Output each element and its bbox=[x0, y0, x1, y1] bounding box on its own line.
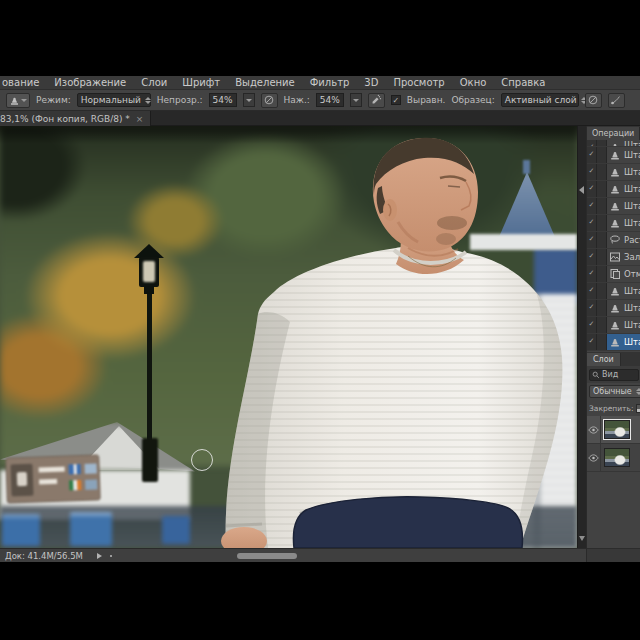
clone-stamp-preset-icon[interactable] bbox=[6, 93, 30, 108]
layer-row[interactable] bbox=[587, 444, 640, 472]
action-label: Штамп bbox=[622, 218, 640, 228]
status-popup-icon[interactable] bbox=[97, 553, 102, 559]
action-enable-checkbox[interactable]: ✓ bbox=[587, 334, 597, 350]
action-row[interactable]: ✓Штамп bbox=[587, 147, 640, 164]
tab-layers[interactable]: Слои bbox=[587, 353, 621, 366]
sample-label: Образец: bbox=[451, 95, 494, 105]
action-enable-checkbox[interactable]: ✓ bbox=[587, 317, 597, 333]
opacity-input[interactable]: 54% bbox=[209, 93, 237, 107]
action-enable-checkbox[interactable]: ✓ bbox=[587, 266, 597, 282]
action-label: Штамп bbox=[622, 201, 640, 211]
action-dialog-toggle[interactable] bbox=[597, 215, 607, 231]
action-enable-checkbox[interactable]: ✓ bbox=[587, 215, 597, 231]
action-enable-checkbox[interactable]: ✓ bbox=[587, 140, 597, 147]
action-dialog-toggle[interactable] bbox=[597, 334, 607, 350]
action-dialog-toggle[interactable] bbox=[597, 198, 607, 214]
layer-thumbnail[interactable] bbox=[604, 448, 630, 467]
action-row[interactable]: ✓Залить bbox=[587, 249, 640, 266]
action-enable-checkbox[interactable]: ✓ bbox=[587, 181, 597, 197]
action-row[interactable]: ✓Штамп bbox=[587, 140, 640, 147]
chevron-down-icon bbox=[353, 99, 359, 102]
blend-mode-dropdown[interactable]: Обычные bbox=[589, 385, 640, 398]
action-dialog-toggle[interactable] bbox=[597, 232, 607, 248]
action-row[interactable]: ✓Штамп bbox=[587, 198, 640, 215]
action-dialog-toggle[interactable] bbox=[597, 283, 607, 299]
action-label: Штамп bbox=[622, 140, 640, 147]
sample-dropdown[interactable]: Активный слой bbox=[501, 93, 579, 107]
align-label: Выравн. bbox=[407, 95, 446, 105]
pen-pressure-size-icon[interactable] bbox=[608, 93, 625, 108]
action-enable-checkbox[interactable]: ✓ bbox=[587, 164, 597, 180]
action-row[interactable]: ✓Растушевка bbox=[587, 232, 640, 249]
action-enable-checkbox[interactable]: ✓ bbox=[587, 198, 597, 214]
panel-collapse-icon[interactable] bbox=[579, 186, 584, 194]
action-row[interactable]: ✓Штамп bbox=[587, 317, 640, 334]
action-dialog-toggle[interactable] bbox=[597, 147, 607, 163]
layer-filter-dropdown[interactable]: Вид bbox=[589, 369, 639, 381]
horizontal-scrollbar-thumb[interactable] bbox=[237, 553, 297, 559]
align-checkbox[interactable]: ✓ bbox=[391, 95, 401, 105]
right-panel-dock: Операции И ✓Штамп✓Штамп✓Штамп✓Штамп✓Штам… bbox=[586, 126, 640, 562]
tab-actions[interactable]: Операции bbox=[587, 127, 640, 140]
action-enable-checkbox[interactable]: ✓ bbox=[587, 283, 597, 299]
action-enable-checkbox[interactable]: ✓ bbox=[587, 147, 597, 163]
action-row[interactable]: ✓Штамп bbox=[587, 283, 640, 300]
pressure-opacity-icon[interactable] bbox=[261, 93, 278, 108]
flow-input[interactable]: 54% bbox=[316, 93, 344, 107]
vertical-scrollbar[interactable] bbox=[577, 126, 586, 548]
action-dialog-toggle[interactable] bbox=[597, 140, 607, 147]
eye-icon[interactable] bbox=[587, 444, 601, 472]
action-dialog-toggle[interactable] bbox=[597, 249, 607, 265]
layer-thumbnail[interactable] bbox=[604, 420, 630, 439]
action-row[interactable]: ✓Штамп bbox=[587, 300, 640, 317]
tool-options-bar: Режим: Нормальный Непрозр.: 54% Наж.: 54… bbox=[0, 90, 640, 111]
airbrush-icon[interactable] bbox=[368, 93, 385, 108]
action-dialog-toggle[interactable] bbox=[597, 164, 607, 180]
menu-item-3[interactable]: Шрифт bbox=[182, 77, 220, 88]
action-enable-checkbox[interactable]: ✓ bbox=[587, 249, 597, 265]
deselect-icon bbox=[607, 268, 622, 281]
mode-label: Режим: bbox=[36, 95, 71, 105]
menu-item-6[interactable]: 3D bbox=[364, 77, 378, 88]
action-enable-checkbox[interactable]: ✓ bbox=[587, 232, 597, 248]
layer-row[interactable] bbox=[587, 416, 640, 444]
action-enable-checkbox[interactable]: ✓ bbox=[587, 300, 597, 316]
action-dialog-toggle[interactable] bbox=[597, 300, 607, 316]
action-dialog-toggle[interactable] bbox=[597, 266, 607, 282]
menu-item-1[interactable]: Изображение bbox=[54, 77, 126, 88]
lock-transparency-icon[interactable] bbox=[636, 404, 640, 413]
actions-list: ✓Штамп✓Штамп✓Штамп✓Штамп✓Штамп✓Штамп✓Рас… bbox=[587, 140, 640, 351]
document-tab-title: 83,1% (Фон копия, RGB/8) * bbox=[0, 114, 130, 124]
ignore-adjustments-icon[interactable] bbox=[585, 93, 602, 108]
action-dialog-toggle[interactable] bbox=[597, 181, 607, 197]
flow-dropdown-button[interactable] bbox=[350, 93, 362, 107]
menu-item-0[interactable]: ование bbox=[2, 77, 39, 88]
scroll-down-icon[interactable] bbox=[579, 536, 585, 541]
menu-item-9[interactable]: Справка bbox=[501, 77, 545, 88]
stamp-icon bbox=[607, 285, 622, 298]
action-row[interactable]: ✓Штамп bbox=[587, 164, 640, 181]
menu-item-4[interactable]: Выделение bbox=[235, 77, 295, 88]
mode-dropdown[interactable]: Нормальный bbox=[77, 93, 151, 107]
dock-bottom-bar bbox=[587, 548, 640, 562]
eye-icon[interactable] bbox=[587, 416, 601, 444]
menu-item-2[interactable]: Слои bbox=[141, 77, 167, 88]
document-tab-strip: 83,1% (Фон копия, RGB/8) * × bbox=[0, 111, 640, 126]
menu-item-5[interactable]: Фильтр bbox=[310, 77, 350, 88]
action-dialog-toggle[interactable] bbox=[597, 317, 607, 333]
document-tab[interactable]: 83,1% (Фон копия, RGB/8) * × bbox=[0, 111, 151, 126]
man-pants bbox=[294, 497, 523, 548]
status-dot bbox=[110, 555, 112, 557]
close-icon[interactable]: × bbox=[136, 114, 144, 124]
opacity-dropdown-button[interactable] bbox=[243, 93, 255, 107]
man-cuff bbox=[226, 524, 262, 526]
action-row[interactable]: ✓Отмена выделения bbox=[587, 266, 640, 283]
menu-item-8[interactable]: Окно bbox=[460, 77, 487, 88]
action-row[interactable]: ✓Штамп bbox=[587, 215, 640, 232]
canvas[interactable] bbox=[0, 126, 577, 548]
document-size-info: Док: 41.4М/56.5М bbox=[0, 551, 83, 561]
action-row[interactable]: ✓Штамп bbox=[587, 181, 640, 198]
action-row[interactable]: ✓Штамп bbox=[587, 334, 640, 351]
actions-panel-tabbar: Операции И bbox=[587, 126, 640, 140]
menu-item-7[interactable]: Просмотр bbox=[393, 77, 444, 88]
